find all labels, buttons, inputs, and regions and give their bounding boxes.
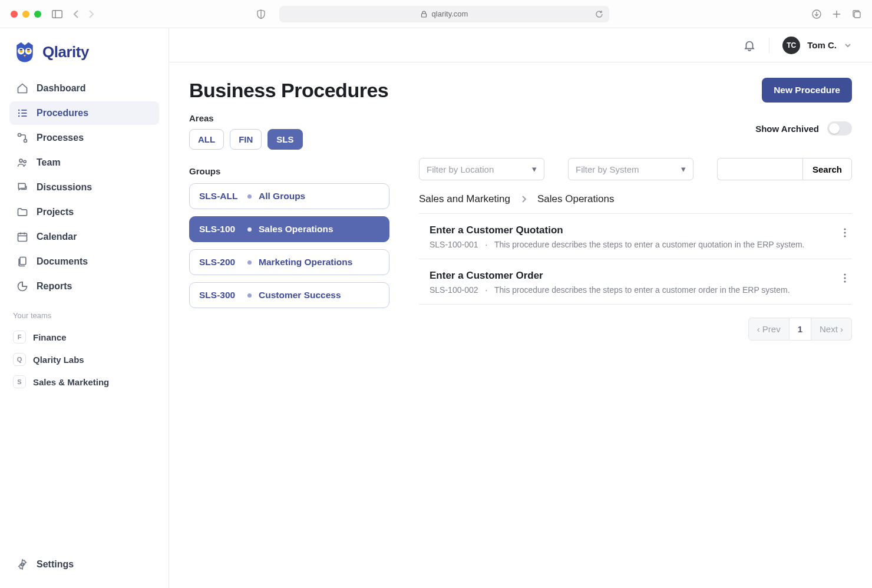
group-pill-marketing-operations[interactable]: SLS-200 Marketing Operations	[189, 249, 389, 275]
filter-system-placeholder: Filter by System	[576, 164, 639, 174]
sidebar-item-reports[interactable]: Reports	[9, 275, 159, 298]
sidebar-item-calendar[interactable]: Calendar	[9, 225, 159, 249]
folder-icon	[16, 206, 28, 218]
filter-location-placeholder: Filter by Location	[427, 164, 494, 174]
new-procedure-button[interactable]: New Procedure	[762, 78, 852, 103]
show-archived-toggle[interactable]	[827, 121, 852, 136]
sidebar-item-settings[interactable]: Settings	[9, 553, 159, 576]
pager-next[interactable]: Next ›	[811, 318, 852, 341]
sidebar: Qlarity Dashboard Procedures Processes T…	[0, 28, 169, 588]
sidebar-item-label: Documents	[37, 256, 88, 267]
sidebar-toggle-icon[interactable]	[52, 10, 62, 18]
page-title: Business Procedures	[189, 79, 388, 102]
filter-location-select[interactable]: Filter by Location ▾	[419, 158, 544, 180]
procedure-desc: This procedure describes the steps to en…	[494, 285, 790, 295]
area-chip-fin[interactable]: FIN	[230, 129, 262, 150]
sidebar-item-dashboard[interactable]: Dashboard	[9, 77, 159, 100]
svg-point-32	[844, 232, 845, 233]
svg-rect-29	[20, 257, 26, 265]
chat-icon	[16, 181, 28, 193]
team-item-finance[interactable]: F Finance	[9, 326, 159, 348]
sidebar-item-procedures[interactable]: Procedures	[9, 101, 159, 125]
team-icon	[16, 157, 28, 169]
procedure-list-item[interactable]: Enter a Customer Order SLS-100-002 · Thi…	[419, 259, 852, 305]
more-options-icon[interactable]	[840, 270, 850, 286]
list-check-icon	[16, 107, 28, 119]
procedure-list-item[interactable]: Enter a Customer Quotation SLS-100-001 ·…	[419, 214, 852, 259]
procedure-meta: SLS-100-001 · This procedure describes t…	[430, 240, 830, 249]
svg-rect-8	[854, 12, 860, 18]
bullet-icon	[247, 293, 252, 298]
sidebar-item-projects[interactable]: Projects	[9, 200, 159, 224]
procedure-title: Enter a Customer Order	[430, 270, 830, 282]
teams-list: F Finance Q Qlarity Labs S Sales & Marke…	[9, 326, 159, 393]
sidebar-item-team[interactable]: Team	[9, 151, 159, 174]
more-options-icon[interactable]	[840, 224, 850, 241]
browser-back-icon[interactable]	[73, 9, 80, 19]
browser-forward-icon[interactable]	[87, 9, 94, 19]
sidebar-item-documents[interactable]: Documents	[9, 250, 159, 273]
maximize-window-dot[interactable]	[34, 11, 41, 18]
app-logo[interactable]: Qlarity	[9, 37, 159, 74]
group-pill-customer-success[interactable]: SLS-300 Customer Success	[189, 282, 389, 308]
breadcrumb-item[interactable]: Sales and Marketing	[419, 193, 510, 205]
team-name: Sales & Marketing	[33, 377, 109, 387]
procedure-code: SLS-100-002	[430, 285, 478, 295]
bullet-icon	[247, 260, 252, 265]
svg-rect-0	[52, 10, 62, 18]
sidebar-item-label: Settings	[37, 559, 74, 570]
team-item-sales-marketing[interactable]: S Sales & Marketing	[9, 371, 159, 393]
svg-rect-25	[18, 233, 27, 241]
left-column: Areas ALL FIN SLS Groups SLS-ALL All Gro…	[189, 110, 389, 308]
svg-point-34	[844, 273, 845, 275]
area-chip-sls[interactable]: SLS	[267, 129, 302, 150]
filters-row: Filter by Location ▾ Filter by System ▾ …	[419, 158, 852, 180]
user-menu[interactable]: TC Tom C.	[782, 37, 852, 54]
topbar: TC Tom C.	[169, 28, 872, 62]
group-pill-sales-operations[interactable]: SLS-100 Sales Operations	[189, 216, 389, 242]
svg-point-33	[844, 235, 845, 237]
content: Business Procedures New Procedure Areas …	[169, 62, 872, 356]
svg-point-36	[844, 280, 845, 282]
browser-url-text: qlarity.com	[432, 9, 468, 18]
team-badge: F	[13, 331, 26, 343]
sidebar-item-discussions[interactable]: Discussions	[9, 176, 159, 199]
sidebar-item-processes[interactable]: Processes	[9, 126, 159, 150]
minimize-window-dot[interactable]	[22, 11, 29, 18]
groups-label: Groups	[189, 166, 389, 176]
group-pill-all[interactable]: SLS-ALL All Groups	[189, 183, 389, 209]
procedure-code: SLS-100-001	[430, 240, 478, 249]
area-chips: ALL FIN SLS	[189, 129, 389, 150]
main: TC Tom C. Business Procedures New Proced…	[169, 28, 872, 588]
sidebar-item-label: Projects	[37, 207, 74, 217]
svg-point-31	[844, 228, 845, 230]
gear-icon	[16, 559, 28, 570]
procedure-desc: This procedure describes the steps to en…	[494, 240, 805, 249]
browser-url-bar[interactable]: qlarity.com	[279, 6, 609, 22]
pager-page-1[interactable]: 1	[790, 318, 811, 341]
divider	[769, 38, 769, 53]
bell-icon[interactable]	[743, 39, 756, 52]
shield-icon[interactable]	[257, 9, 265, 19]
user-name: Tom C.	[807, 40, 837, 50]
bullet-icon	[247, 227, 252, 232]
procedure-meta: SLS-100-002 · This procedure describes t…	[430, 285, 830, 295]
filter-system-select[interactable]: Filter by System ▾	[568, 158, 693, 180]
browser-nav-arrows	[73, 9, 94, 19]
search-button[interactable]: Search	[802, 158, 852, 180]
group-code: SLS-200	[199, 257, 240, 267]
team-item-qlarity-labs[interactable]: Q Qlarity Labs	[9, 348, 159, 371]
download-icon[interactable]	[812, 9, 821, 19]
close-window-dot[interactable]	[11, 11, 18, 18]
sidebar-item-label: Processes	[37, 133, 84, 143]
new-tab-icon[interactable]	[832, 9, 841, 19]
breadcrumb: Sales and Marketing Sales Operations	[419, 193, 852, 205]
svg-point-11	[19, 49, 22, 52]
tabs-icon[interactable]	[852, 9, 861, 19]
home-icon	[16, 82, 28, 94]
pager-prev[interactable]: ‹ Prev	[748, 318, 790, 341]
area-chip-all[interactable]: ALL	[189, 129, 224, 150]
reload-icon[interactable]	[595, 10, 603, 18]
search-input[interactable]	[717, 158, 802, 180]
group-name: Sales Operations	[259, 224, 333, 234]
